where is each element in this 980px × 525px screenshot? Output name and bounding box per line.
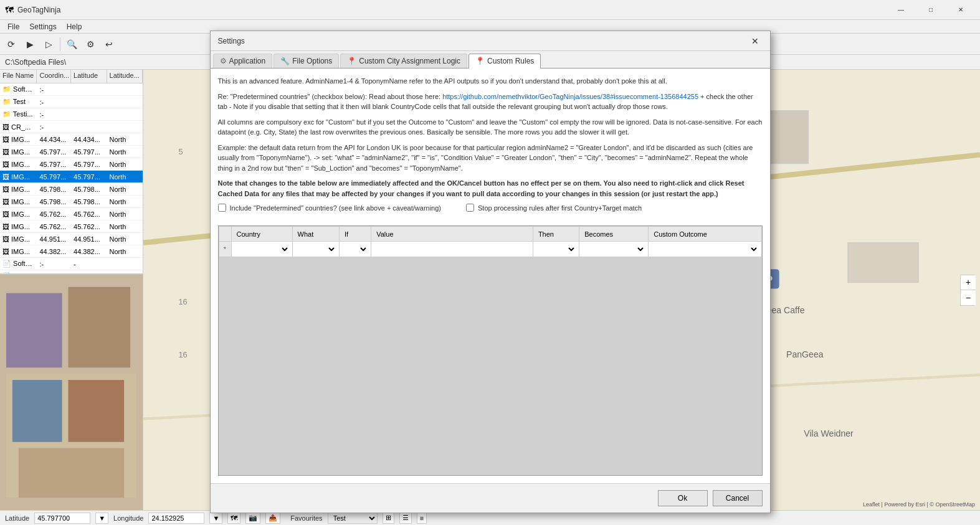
row-1-then	[533, 242, 579, 257]
tab-file-options-icon: 🔧	[280, 57, 290, 65]
file-coord: 45.798...	[37, 186, 71, 193]
file-list-body[interactable]: 📁 Softp... :- 📁 Test :- 📁 Testi... :- 🖼 …	[0, 83, 143, 273]
maximize-button[interactable]: □	[916, 0, 945, 20]
file-coord: :-	[37, 123, 71, 131]
table-header-row: Country What If Value Then Becomes Custo…	[219, 227, 761, 242]
file-name: 📄 Softp...	[0, 260, 37, 268]
latitude-dropdown[interactable]: ▼	[95, 513, 108, 524]
svg-rect-6	[69, 380, 125, 442]
export-btn[interactable]: 📤	[265, 513, 280, 524]
github-link[interactable]: https://github.com/nemethviktor/GeoTagNi…	[442, 93, 698, 100]
file-row[interactable]: 🖼 IMG... 45.797... 45.797... North	[0, 171, 143, 183]
info-paragraph-2: Re: "Predetermined countries" (checkbox …	[218, 92, 763, 112]
tab-custom-city[interactable]: 📍 Custom City Assignment Logic	[340, 54, 467, 68]
toolbar-undo[interactable]: ↩	[100, 35, 118, 53]
toolbar-refresh[interactable]: ⟳	[2, 35, 20, 53]
details-view-btn[interactable]: ≡	[417, 513, 427, 524]
file-lat: 45.762...	[71, 210, 107, 218]
file-name: 🖼 IMG...	[0, 186, 37, 193]
file-lat: 45.798...	[71, 198, 107, 206]
checkbox-predetermined-label: Include "Predetermined" countries? (see …	[230, 204, 442, 212]
image-preview	[0, 274, 143, 511]
map-locate-btn[interactable]: 🗺	[227, 513, 240, 524]
toolbar-search[interactable]: 🔍	[63, 35, 80, 53]
minimize-button[interactable]: —	[887, 0, 915, 20]
ok-button[interactable]: Ok	[658, 490, 708, 506]
col-header-what: What	[292, 227, 339, 242]
file-icon: 🖼	[2, 123, 9, 131]
file-name: 🖼 IMG...	[0, 223, 37, 230]
cancel-button[interactable]: Cancel	[713, 490, 763, 506]
file-row[interactable]: 🖼 IMG... 44.951... 44.951... North	[0, 233, 143, 245]
file-icon: 🖼	[2, 223, 9, 230]
rules-table: Country What If Value Then Becomes Custo…	[219, 226, 762, 257]
row-1-then-select[interactable]	[536, 243, 576, 255]
file-icon: 🖼	[2, 248, 9, 255]
dialog-close-button[interactable]: ✕	[748, 34, 763, 49]
file-icon: 📁	[2, 110, 11, 118]
row-1-becomes-select[interactable]	[582, 243, 645, 255]
row-1-custom-outcome-select[interactable]	[651, 243, 758, 255]
row-1-country-select[interactable]	[234, 243, 290, 255]
longitude-input[interactable]	[148, 513, 204, 524]
svg-text:PanGeea: PanGeea	[786, 349, 824, 359]
file-lat: 44.382...	[71, 248, 107, 255]
tab-custom-rules[interactable]: 📍 Custom Rules	[469, 54, 541, 69]
file-row[interactable]: 🖼 IMG... 44.434... 44.434... North	[0, 133, 143, 146]
map-zoom-in[interactable]: +	[961, 275, 976, 290]
row-1-if	[340, 242, 371, 257]
file-row[interactable]: 📄 Softp... :- -	[0, 258, 143, 270]
file-row[interactable]: 📁 Softp... :-	[0, 83, 143, 96]
menu-file[interactable]: File	[2, 21, 24, 32]
file-lat: 45.797...	[71, 148, 107, 156]
file-lat: 45.797...	[71, 173, 107, 181]
file-row[interactable]: 🖼 IMG... 45.798... 45.798... North	[0, 196, 143, 208]
file-latd: North	[107, 198, 143, 206]
tab-application-icon: ⚙	[220, 57, 227, 65]
row-1-value-input[interactable]	[374, 243, 530, 255]
checkbox-predetermined-input[interactable]	[218, 204, 226, 212]
file-row[interactable]: 🖼 IMG... 45.798... 45.798... North	[0, 183, 143, 196]
longitude-label: Longitude	[113, 514, 143, 522]
file-icon: 🖼	[2, 235, 9, 243]
latitude-input[interactable]	[34, 513, 90, 524]
tab-file-options[interactable]: 🔧 File Options	[274, 54, 339, 68]
file-row[interactable]: 🖼 IMG... 44.382... 44.382... North	[0, 245, 143, 258]
file-name: 📁 Testi...	[0, 110, 37, 118]
toolbar-next[interactable]: ▷	[40, 35, 57, 53]
file-row[interactable]: 📁 Test :-	[0, 96, 143, 108]
checkbox-stop-processing-input[interactable]	[466, 204, 474, 212]
tab-application[interactable]: ⚙ Application	[213, 54, 273, 68]
file-row[interactable]: 🖼 IMG... 45.797... 45.797... North	[0, 158, 143, 171]
map-zoom-out[interactable]: −	[961, 290, 976, 305]
list-view-btn[interactable]: ☰	[399, 513, 412, 524]
file-row[interactable]: 🖼 IMG... 45.797... 45.797... North	[0, 146, 143, 158]
favourites-select[interactable]: Test	[328, 513, 378, 524]
col-header-latd: Latitude...	[107, 70, 143, 83]
col-header-lat: Latitude	[71, 70, 107, 83]
file-row[interactable]: 🖼 IMG... 45.762... 45.762... North	[0, 208, 143, 220]
dialog-titlebar: Settings ✕	[211, 31, 770, 51]
file-icon: 🖼	[2, 186, 9, 193]
checkbox-stop-processing-label: Stop processing rules after first Countr…	[478, 204, 642, 212]
file-name: 🖼 IMG...	[0, 173, 37, 181]
grid-view-btn[interactable]: ⊞	[383, 513, 394, 524]
photo-btn[interactable]: 📷	[245, 513, 260, 524]
file-row[interactable]: 🖼 CR_... :-	[0, 121, 143, 133]
menu-settings[interactable]: Settings	[24, 21, 61, 32]
file-row[interactable]: 🖼 IMG... 45.762... 45.762... North	[0, 220, 143, 233]
row-1-becomes	[579, 242, 649, 257]
svg-text:16: 16	[179, 350, 188, 359]
toolbar-settings[interactable]: ⚙	[82, 35, 99, 53]
toolbar-run[interactable]: ▶	[21, 35, 39, 53]
longitude-dropdown[interactable]: ▼	[209, 513, 222, 524]
map-attribution: Leaflet | Powered by Esri | © OpenStreet…	[863, 501, 975, 508]
svg-text:16: 16	[179, 297, 188, 306]
row-1-what-select[interactable]	[295, 243, 336, 255]
col-header-rownum	[219, 227, 231, 242]
file-row[interactable]: 📁 Testi... :-	[0, 108, 143, 121]
menu-help[interactable]: Help	[62, 21, 87, 32]
window-close-button[interactable]: ✕	[946, 0, 975, 20]
row-1-if-select[interactable]	[342, 243, 368, 255]
col-header-filename: File Name	[0, 70, 37, 83]
